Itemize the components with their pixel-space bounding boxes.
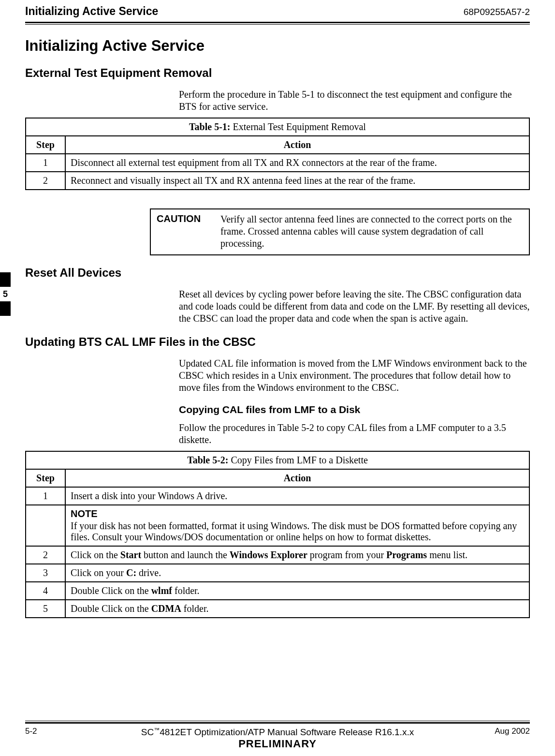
doc-number: 68P09255A57-2 [464, 7, 530, 17]
table-5-2-step-1: 1 [26, 487, 65, 505]
section-reset-heading: Reset All Devices [25, 266, 530, 280]
table-5-2-step-2: 2 [26, 546, 65, 564]
table-5-2-note-step [26, 505, 65, 546]
caution-label: CAUTION [157, 213, 220, 250]
chapter-tab-block-top [0, 272, 11, 287]
text: folder. [172, 585, 200, 596]
footer-rule-thin [25, 721, 530, 721]
text: Click on your [71, 567, 126, 578]
table-5-1-caption: Table 5-1: External Test Equipment Remov… [25, 118, 530, 135]
page-title: Initializing Active Service [25, 37, 530, 55]
table-5-2-action-3: Click on your C: drive. [65, 564, 529, 582]
table-5-2-caption: Table 5-2: Copy Files from LMF to a Disk… [25, 451, 530, 469]
table-5-2-caption-label: Table 5-2: [187, 455, 228, 465]
header-rule-thick [25, 22, 530, 23]
table-row: 3 Click on your C: drive. [26, 564, 529, 582]
footer-center-line: SC™4812ET Optimization/ATP Manual Softwa… [83, 726, 472, 738]
footer-page-number: 5-2 [25, 726, 83, 736]
section-updating-heading: Updating BTS CAL LMF Files in the CBSC [25, 335, 530, 349]
note-body: If your disk has not been formatted, for… [71, 520, 524, 543]
section-external-test-heading: External Test Equipment Removal [25, 66, 530, 80]
footer-manual-title: 4812ET Optimization/ATP Manual Software … [160, 727, 414, 737]
chapter-tab: 5 [0, 272, 11, 316]
footer-date: Aug 2002 [472, 726, 530, 736]
table-row: 1 Insert a disk into your Windows A driv… [26, 487, 529, 505]
text: button and launch the [141, 549, 230, 560]
bold-cdma: CDMA [151, 603, 181, 614]
table-5-2-col-step: Step [26, 469, 65, 487]
table-5-1: Table 5-1: External Test Equipment Remov… [25, 118, 530, 190]
table-5-1-caption-label: Table 5-1: [189, 121, 230, 132]
section-reset-body: Reset all devices by cycling power befor… [179, 288, 530, 325]
table-row: 5 Double Click on the CDMA folder. [26, 600, 529, 618]
table-5-1-caption-text: External Test Equipment Removal [231, 121, 366, 132]
footer-sc: SC [141, 727, 154, 737]
table-row: 2 Click on the Start button and launch t… [26, 546, 529, 564]
footer-preliminary: PRELIMINARY [83, 738, 472, 750]
caution-box: CAUTION Verify all sector antenna feed l… [150, 208, 530, 255]
table-5-1-col-step: Step [26, 136, 65, 154]
section-updating-body: Updated CAL file information is moved fr… [179, 357, 530, 394]
text: Double Click on the [71, 585, 151, 596]
table-5-2-action-2: Click on the Start button and launch the… [65, 546, 529, 564]
table-5-2-action-1: Insert a disk into your Windows A drive. [65, 487, 529, 505]
table-5-2-caption-text: Copy Files from LMF to a Diskette [229, 455, 368, 465]
table-5-2-step-4: 4 [26, 582, 65, 600]
bold-windows-explorer: Windows Explorer [230, 549, 307, 560]
running-title: Initializing Active Service [25, 5, 158, 18]
table-5-1-step-2: 2 [26, 172, 65, 190]
page-footer: 5-2 SC™4812ET Optimization/ATP Manual So… [25, 721, 530, 750]
table-5-2-action-5: Double Click on the CDMA folder. [65, 600, 529, 618]
footer-rule-thick [25, 722, 530, 724]
table-5-2-note-cell: NOTE If your disk has not been formatted… [65, 505, 529, 546]
trademark-icon: ™ [154, 726, 160, 733]
table-5-1-col-action: Action [65, 136, 529, 154]
table-row: 4 Double Click on the wlmf folder. [26, 582, 529, 600]
table-row: NOTE If your disk has not been formatted… [26, 505, 529, 546]
header-rule-thin [25, 24, 530, 25]
text: Click on the [71, 549, 120, 560]
text: drive. [136, 567, 161, 578]
table-5-1-action-2: Reconnect and visually inspect all TX an… [65, 172, 529, 190]
chapter-tab-block-bottom [0, 301, 11, 316]
bold-start: Start [120, 549, 141, 560]
subsection-copying-body: Follow the procedures in Table 5-2 to co… [179, 422, 530, 446]
bold-wlmf: wlmf [151, 585, 172, 596]
table-5-1-step-1: 1 [26, 154, 65, 172]
section-external-test-intro: Perform the procedure in Table 5-1 to di… [179, 89, 530, 113]
table-5-1-action-1: Disconnect all external test equipment f… [65, 154, 529, 172]
text: program from your [307, 549, 386, 560]
text: folder. [181, 603, 209, 614]
bold-c-drive: C: [126, 567, 136, 578]
table-row: 1 Disconnect all external test equipment… [26, 154, 529, 172]
note-label: NOTE [71, 508, 524, 519]
table-5-2-col-action: Action [65, 469, 529, 487]
table-5-2-action-4: Double Click on the wlmf folder. [65, 582, 529, 600]
caution-text: Verify all sector antenna feed lines are… [220, 213, 523, 250]
subsection-copying-heading: Copying CAL files from LMF to a Disk [179, 403, 530, 416]
text: Double Click on the [71, 603, 151, 614]
bold-programs: Programs [386, 549, 427, 560]
text: menu list. [427, 549, 467, 560]
table-row: 2 Reconnect and visually inspect all TX … [26, 172, 529, 190]
chapter-tab-number: 5 [0, 287, 11, 301]
table-5-2-step-3: 3 [26, 564, 65, 582]
table-5-2: Table 5-2: Copy Files from LMF to a Disk… [25, 451, 530, 618]
table-5-2-step-5: 5 [26, 600, 65, 618]
